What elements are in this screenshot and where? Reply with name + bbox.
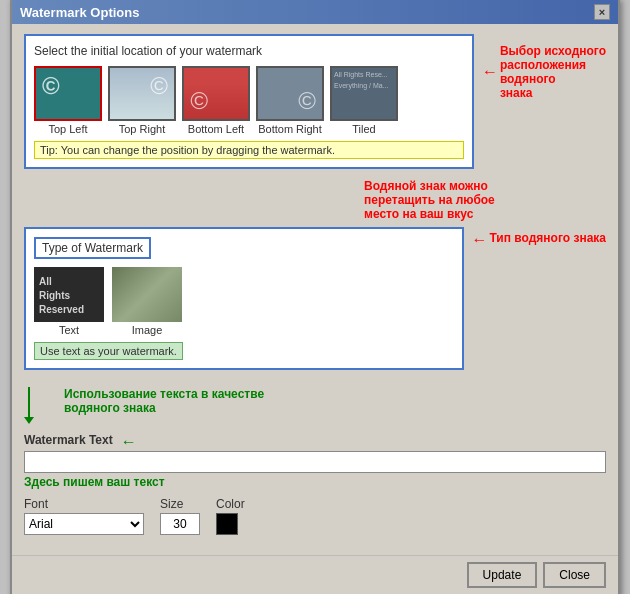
color-group: Color <box>216 497 245 535</box>
location-bottom-right[interactable]: © Bottom Right <box>256 66 324 135</box>
type-label-box: Type of Watermark <box>34 237 151 259</box>
dialog-title: Watermark Options <box>20 5 139 20</box>
annotation-type: Тип водяного знака <box>490 231 607 245</box>
location-bottom-right-label: Bottom Right <box>258 123 322 135</box>
dialog-footer: Update Close <box>12 555 618 594</box>
svg-marker-1 <box>24 417 34 424</box>
location-label: Select the initial location of your wate… <box>34 44 464 58</box>
type-label: Type of Watermark <box>34 237 454 259</box>
location-items: © Top Left © <box>34 66 464 135</box>
close-button[interactable]: Close <box>543 562 606 588</box>
annotation-location: Выбор исходного расположения водяного зн… <box>500 44 606 100</box>
type-image-label: Image <box>132 324 163 336</box>
watermark-options-dialog: Watermark Options × Select the initial l… <box>10 0 620 594</box>
thumb-top-left: © <box>34 66 102 121</box>
type-thumb-image <box>112 267 182 322</box>
font-group: Font Arial Times New Roman Verdana Tahom… <box>24 497 144 535</box>
font-select-wrap: Arial Times New Roman Verdana Tahoma <box>24 513 144 535</box>
title-bar: Watermark Options × <box>12 0 618 24</box>
watermark-text-section: Watermark Text ← Здесь пишем ваш текст <box>24 433 606 489</box>
watermark-text-input[interactable] <box>24 451 606 473</box>
color-swatch[interactable] <box>216 513 238 535</box>
font-row: Font Arial Times New Roman Verdana Tahom… <box>24 497 606 535</box>
location-section: Select the initial location of your wate… <box>24 34 474 169</box>
location-bottom-left-label: Bottom Left <box>188 123 244 135</box>
type-image[interactable]: Image <box>112 267 182 336</box>
thumb-bottom-left: © <box>182 66 250 121</box>
tip-bar: Tip: You can change the position by drag… <box>34 141 464 159</box>
type-text[interactable]: AllRightsReserved Text <box>34 267 104 336</box>
location-bottom-left[interactable]: © Bottom Left <box>182 66 250 135</box>
type-text-label: Text <box>59 324 79 336</box>
dialog-body: Select the initial location of your wate… <box>12 24 618 555</box>
annotation-use-text: Использование текста в качестве водяного… <box>64 387 264 415</box>
font-select[interactable]: Arial Times New Roman Verdana Tahoma <box>24 513 144 535</box>
size-group: Size <box>160 497 200 535</box>
location-top-right-label: Top Right <box>119 123 165 135</box>
type-section: Type of Watermark AllRightsReserved <box>24 227 464 370</box>
location-top-right[interactable]: © Top Right <box>108 66 176 135</box>
thumb-tiled: All Rights Rese... Everything / Ma... <box>330 66 398 121</box>
font-label: Font <box>24 497 144 511</box>
color-label: Color <box>216 497 245 511</box>
thumb-top-right: © <box>108 66 176 121</box>
location-top-left-label: Top Left <box>48 123 87 135</box>
type-items: AllRightsReserved Text Image <box>34 267 454 336</box>
size-label: Size <box>160 497 200 511</box>
type-thumb-text: AllRightsReserved <box>34 267 104 322</box>
update-button[interactable]: Update <box>467 562 538 588</box>
size-input[interactable] <box>160 513 200 535</box>
annotation-watermark-text: Здесь пишем ваш текст <box>24 475 606 489</box>
location-tiled-label: Tiled <box>352 123 375 135</box>
annotation-drag: Водяной знак можно перетащить на любое м… <box>364 179 495 221</box>
watermark-text-label: Watermark Text <box>24 433 113 447</box>
location-tiled[interactable]: All Rights Rese... Everything / Ma... Ti… <box>330 66 398 135</box>
location-top-left[interactable]: © Top Left <box>34 66 102 135</box>
use-text-bar[interactable]: Use text as your watermark. <box>34 342 183 360</box>
thumb-bottom-right: © <box>256 66 324 121</box>
close-icon[interactable]: × <box>594 4 610 20</box>
dialog-wrapper: Watermark Options × Select the initial l… <box>10 0 620 594</box>
